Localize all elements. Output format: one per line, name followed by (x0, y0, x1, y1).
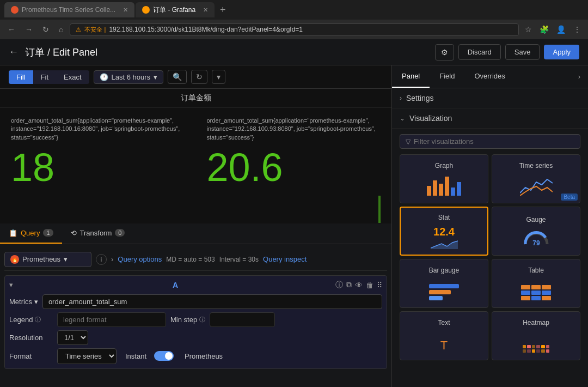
datasource-select[interactable]: 🔥 Prometheus ▾ (4, 252, 91, 267)
query-tab-query[interactable]: 📋 Query 1 (0, 223, 62, 244)
forward-button[interactable]: → (22, 24, 36, 35)
bar2 (433, 180, 437, 196)
viz-section-title: Visualization (409, 114, 452, 123)
datasource-row: 🔥 Prometheus ▾ i › Query options MD = au… (4, 249, 387, 271)
query-builder: ▾ A ⓘ ⧉ 👁 🗑 ⠿ Metrics ▾ (4, 275, 387, 369)
viz-item-text[interactable]: Text T (400, 311, 488, 360)
back-button[interactable]: ← (4, 24, 19, 35)
more-btn[interactable]: ⋮ (571, 24, 584, 35)
viz-preview-heatmap (520, 331, 553, 353)
minstep-label: Min step ⓘ (170, 316, 205, 324)
save-button[interactable]: Save (505, 44, 540, 60)
prometheus-label: Prometheus (185, 352, 223, 360)
viz-item-table[interactable]: Table (492, 259, 580, 308)
viz-preview-bargauge (428, 279, 461, 300)
metrics-input[interactable] (42, 294, 382, 309)
tab-close-2[interactable]: ✕ (203, 7, 208, 14)
home-button[interactable]: ⌂ (56, 24, 66, 35)
refresh-button[interactable]: ↻ (191, 70, 207, 84)
reload-button[interactable]: ↻ (39, 24, 52, 35)
tab-overrides[interactable]: Overrides (464, 65, 514, 88)
viz-name-text: Text (438, 319, 450, 326)
browser-toolbar: ← → ↻ ⌂ ⚠ 不安全 | 192.168.100.15:3000/d/sk… (0, 20, 588, 39)
sparkbar (378, 196, 381, 223)
apply-button[interactable]: Apply (544, 45, 579, 59)
viz-filter-input[interactable] (414, 137, 574, 146)
browser-tab-2[interactable]: 订单 - Grafana ✕ (136, 2, 215, 17)
query-tab-transform[interactable]: ⟲ Transform 0 (62, 223, 134, 244)
query-delete-btn[interactable]: 🗑 (366, 280, 373, 290)
panel-tab-more[interactable]: › (571, 66, 588, 87)
query-inspect-link[interactable]: Query inspect (263, 255, 307, 263)
viz-filter: ▽ (400, 134, 580, 149)
datasource-name: Prometheus (22, 255, 60, 263)
resolution-select[interactable]: 1/1 (57, 330, 88, 345)
tc4 (521, 291, 530, 295)
more-options-button[interactable]: ▾ (212, 70, 225, 84)
viz-section-header[interactable]: ⌄ Visualization (392, 108, 588, 129)
bar1 (427, 186, 431, 196)
time-picker[interactable]: 🕐 Last 6 hours ▾ (94, 70, 164, 84)
browser-tab-1[interactable]: Prometheus Time Series Colle... ✕ (4, 2, 134, 17)
viz-preview-stat: 12.4 (431, 226, 458, 249)
legend-input[interactable] (57, 312, 166, 327)
zoom-button[interactable]: 🔍 (168, 70, 187, 84)
tab-panel[interactable]: Panel (392, 65, 430, 88)
query-options-link[interactable]: Query options (118, 255, 162, 263)
query-drag-btn[interactable]: ⠿ (377, 280, 382, 290)
tab-field[interactable]: Field (430, 65, 464, 88)
exact-button[interactable]: Exact (56, 70, 89, 84)
timeseries-svg (520, 177, 553, 196)
legend-label: Legend ⓘ (9, 316, 53, 324)
viz-name-graph: Graph (435, 162, 453, 170)
hm7 (523, 349, 526, 353)
hm3 (532, 345, 536, 348)
instant-toggle[interactable] (154, 351, 174, 361)
query-md-label: MD = auto = 503 (166, 256, 215, 263)
bookmark-star[interactable]: ☆ (522, 24, 535, 35)
minstep-input[interactable] (210, 312, 275, 327)
viz-item-graph[interactable]: Graph (400, 154, 488, 203)
minstep-label-text: Min step (170, 316, 197, 324)
viz-item-gauge[interactable]: Gauge 79 (492, 207, 580, 256)
query-tabs: 📋 Query 1 ⟲ Transform 0 (0, 223, 391, 244)
bar4 (445, 177, 449, 196)
instant-label: Instant (125, 352, 146, 360)
bar6 (457, 182, 461, 196)
viz-item-stat[interactable]: Stat 12.4 (400, 207, 488, 256)
toggle-track[interactable] (154, 351, 174, 361)
tab-close-1[interactable]: ✕ (123, 7, 128, 14)
query-copy-btn[interactable]: ⧉ (346, 280, 352, 290)
profile-btn[interactable]: 👤 (554, 24, 568, 35)
fit-button[interactable]: Fit (33, 70, 56, 84)
browser-tabs: Prometheus Time Series Colle... ✕ 订单 - G… (0, 0, 588, 20)
lock-icon: ⚠ (76, 26, 81, 33)
settings-section-header[interactable]: › Settings (392, 88, 588, 108)
viz-item-heatmap[interactable]: Heatmap (492, 311, 580, 360)
viz-item-bargauge[interactable]: Bar gauge (400, 259, 488, 308)
new-tab-button[interactable]: + (216, 4, 230, 16)
format-select[interactable]: Time series (57, 348, 117, 364)
stat-display: order_amount_total_sum{application="prom… (0, 108, 391, 223)
query-info-btn[interactable]: ⓘ (335, 280, 343, 290)
discard-button[interactable]: Discard (458, 44, 501, 60)
viz-item-timeseries[interactable]: Time series Beta (492, 154, 580, 203)
heatmap-grid (523, 345, 550, 353)
table-preview-grid (521, 285, 551, 300)
page-title: 订单 / Edit Panel (25, 46, 97, 59)
query-visibility-btn[interactable]: 👁 (355, 280, 363, 290)
settings-icon-button[interactable]: ⚙ (435, 44, 454, 61)
viz-name-heatmap: Heatmap (523, 319, 549, 326)
stat-item-0: order_amount_total_sum{application="prom… (0, 108, 196, 223)
legend-info-icon: ⓘ (35, 316, 41, 324)
extensions-btn[interactable]: 🧩 (537, 24, 552, 35)
back-nav-button[interactable]: ← (9, 46, 19, 58)
fill-button[interactable]: Fill (9, 70, 33, 84)
metrics-chevron: ▾ (34, 298, 38, 306)
viz-name-table: Table (528, 267, 544, 274)
viz-preview-text: T (428, 331, 461, 353)
viz-name-stat: Stat (438, 214, 450, 221)
address-bar[interactable]: ⚠ 不安全 | 192.168.100.15:3000/d/sk11Bt8Mk/… (70, 23, 519, 36)
datasource-info-button[interactable]: i (96, 254, 107, 265)
svg-text:79: 79 (532, 239, 540, 247)
